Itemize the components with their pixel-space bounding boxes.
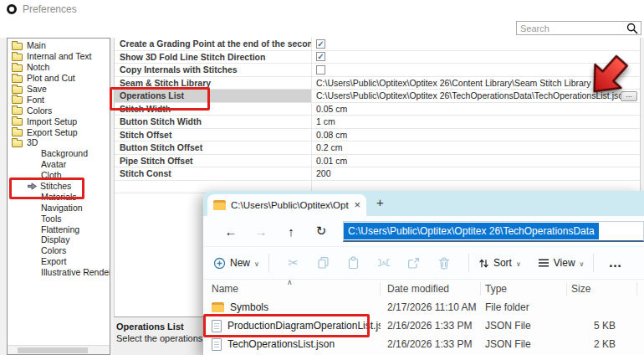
back-icon[interactable]: ←	[216, 224, 246, 239]
setting-row[interactable]: Pipe Stitch Offset 0.01 cm	[115, 155, 640, 168]
tab-title: C:\Users\Public\Optitex\Optit	[231, 200, 349, 210]
more-options-icon[interactable]: …	[608, 260, 622, 265]
tab-close-icon[interactable]: ×	[354, 200, 360, 210]
setting-row[interactable]: Stitch Const 200	[115, 167, 640, 181]
file-explorer-window: C:\Users\Public\Optitex\Optit × + ← → ↑ …	[203, 191, 644, 355]
sidebar-item-display[interactable]: Display	[8, 234, 110, 245]
share-icon[interactable]	[401, 257, 427, 270]
sidebar-item-navigation[interactable]: Navigation	[8, 202, 110, 213]
checkbox-checked[interactable]: ✓	[316, 39, 325, 49]
sidebar-item-main[interactable]: Main	[8, 40, 110, 51]
sidebar-item-export-setup[interactable]: Export Setup	[8, 126, 110, 137]
chevron-down-icon: ∨	[516, 260, 521, 268]
setting-row[interactable]: Button Stitch Width 1 cm	[115, 116, 640, 129]
view-button[interactable]: View ∨	[538, 257, 585, 269]
horizontal-scrollbar[interactable]	[8, 345, 110, 354]
sidebar-item-tools[interactable]: Tools	[8, 213, 110, 224]
refresh-icon[interactable]: ↻	[306, 224, 336, 239]
list-header: ∧ Name Date modified Type Size	[203, 280, 644, 298]
setting-row-operations-list[interactable]: Operations List C:\Users\Public\Optitex\…	[115, 90, 640, 103]
sidebar-item-internal-and-text[interactable]: Internal and Text	[8, 51, 110, 62]
sidebar-item-plot-and-cut[interactable]: Plot and Cut	[8, 73, 110, 84]
checkbox-checked[interactable]: ✓	[316, 52, 325, 61]
folder-icon	[212, 302, 224, 312]
delete-icon[interactable]	[432, 257, 457, 270]
json-file-icon	[212, 338, 222, 351]
sidebar-item-colors[interactable]: Colors	[8, 105, 110, 116]
current-item-arrow-icon	[28, 183, 37, 190]
json-file-icon	[212, 320, 222, 332]
copy-icon[interactable]	[311, 256, 336, 270]
sort-ascending-icon: ∧	[287, 278, 293, 286]
sidebar-item-save[interactable]: Save	[8, 84, 110, 95]
forward-icon[interactable]: →	[246, 224, 276, 239]
address-input[interactable]: C:\Users\Public\Optitex\Optitex 26\TechO…	[343, 221, 644, 242]
preferences-tree: Main Internal and Text Notch Plot and Cu…	[7, 38, 110, 355]
sidebar-item-flattening[interactable]: Flattening	[8, 224, 110, 234]
file-row-tech-operations-list[interactable]: TechOperationsList.json 2/16/2026 1:33 P…	[203, 335, 644, 353]
folder-icon	[213, 200, 226, 210]
browse-button[interactable]: ...	[621, 91, 637, 101]
sidebar-item-export[interactable]: Export	[8, 256, 110, 267]
new-button[interactable]: New ∨	[213, 257, 259, 270]
open-folder-icon	[12, 140, 23, 147]
sidebar-item-3d[interactable]: 3D	[8, 137, 110, 148]
new-tab-button[interactable]: +	[376, 195, 384, 209]
setting-row[interactable]: Seam & Stitch Library C:\Users\Public\Op…	[115, 77, 640, 90]
setting-row[interactable]: Stitch Offset 0.08 cm	[115, 129, 640, 142]
column-header-size[interactable]: Size	[567, 282, 637, 296]
pipe-stitch-offset-value[interactable]: 0.01 cm	[312, 155, 640, 167]
folder-icon	[12, 107, 23, 115]
setting-row[interactable]: Show 3D Fold Line Stitch Direction ✓	[115, 51, 640, 64]
tab-bar: C:\Users\Public\Optitex\Optit × +	[203, 191, 644, 216]
sidebar-item-materials[interactable]: Materials	[8, 191, 110, 202]
setting-row[interactable]: Stitch Width 0.05 cm	[115, 103, 640, 116]
view-lines-icon	[538, 258, 549, 268]
file-list: ∧ Name Date modified Type Size Symbols 2…	[203, 280, 644, 355]
paste-icon[interactable]	[341, 256, 366, 270]
button-stitch-offset-value[interactable]: 0.2 cm	[312, 141, 640, 154]
sidebar-item-cloth[interactable]: Cloth	[8, 170, 110, 181]
sidebar-item-notch[interactable]: Notch	[8, 62, 110, 73]
file-row-symbols[interactable]: Symbols 2/17/2026 11:10 AM File folder	[203, 298, 644, 316]
column-header-type[interactable]: Type	[481, 282, 567, 296]
checkbox-unchecked[interactable]	[316, 65, 325, 75]
search-input[interactable]	[517, 23, 626, 33]
sort-arrows-icon	[478, 258, 489, 269]
sidebar-item-import-setup[interactable]: Import Setup	[8, 116, 110, 126]
file-row-production-diagram-operation-list[interactable]: ProductionDiagramOperationList.json 2/16…	[203, 316, 644, 335]
chevron-down-icon: ∨	[254, 260, 259, 268]
sidebar-item-font[interactable]: Font	[8, 94, 110, 105]
up-icon[interactable]: ↑	[276, 224, 306, 239]
search-box[interactable]	[516, 21, 641, 35]
titlebar: Preferences	[7, 3, 77, 15]
column-header-date-modified[interactable]: Date modified	[381, 282, 481, 296]
sidebar-item-stitches[interactable]: Stitches	[8, 181, 110, 192]
sidebar-item-avatar[interactable]: Avatar	[8, 159, 110, 170]
plus-circle-icon	[213, 257, 226, 270]
cut-icon[interactable]: ✂	[281, 255, 306, 270]
stitch-width-value[interactable]: 0.05 cm	[312, 103, 640, 116]
sort-button[interactable]: Sort ∨	[478, 257, 521, 269]
sidebar-item-colors-3d[interactable]: Colors	[8, 245, 110, 256]
dialog-title: Preferences	[23, 3, 77, 15]
address-bar: ← → ↑ ↻ C:\Users\Public\Optitex\Optitex …	[203, 216, 644, 247]
folder-icon	[12, 129, 23, 136]
stitch-offset-value[interactable]: 0.08 cm	[312, 129, 640, 141]
search-icon[interactable]	[626, 23, 638, 34]
setting-row[interactable]: Create a Grading Point at the end of the…	[115, 38, 640, 51]
scrollbar-thumb[interactable]	[18, 347, 88, 353]
svg-text:A: A	[381, 260, 386, 267]
folder-icon	[12, 86, 23, 94]
setting-row[interactable]: Copy Internals with Stitches	[115, 64, 640, 77]
sidebar-item-background[interactable]: Background	[8, 148, 110, 159]
folder-icon	[12, 75, 23, 83]
setting-row[interactable]: Button Stitch Offset 0.2 cm	[115, 141, 640, 155]
button-stitch-width-value[interactable]: 1 cm	[312, 116, 640, 128]
folder-icon	[12, 54, 23, 61]
stitch-const-value[interactable]: 200	[312, 167, 640, 180]
sidebar-item-illustrative-render[interactable]: Illustrative Render	[8, 267, 110, 278]
folder-icon	[12, 43, 23, 50]
rename-icon[interactable]: A	[371, 257, 396, 269]
explorer-tab[interactable]: C:\Users\Public\Optitex\Optit ×	[207, 194, 366, 216]
